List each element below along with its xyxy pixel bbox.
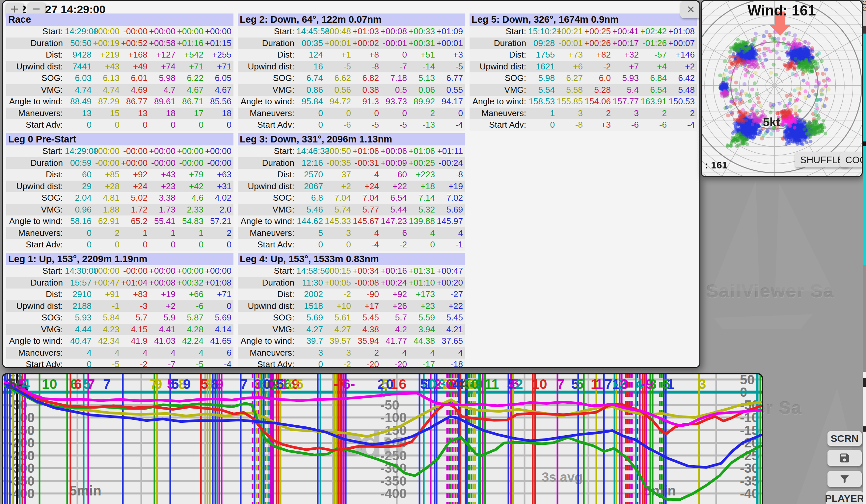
close-button[interactable]: × [680, 1, 700, 18]
stat-value: 4 [408, 227, 436, 239]
stat-value: +71 [205, 288, 233, 300]
stat-value: -2 [324, 358, 352, 368]
stat-value: 4.74 [93, 84, 121, 96]
stat-row-label: Start: [238, 146, 296, 157]
player-button[interactable]: PLAYER [826, 491, 863, 504]
stat-value: -00:00 [121, 26, 149, 37]
stat-row: Start Adv:0-6-5-5-13-4 [238, 119, 465, 131]
stat-value: 4 [380, 347, 408, 359]
stat-value: 87.29 [93, 96, 121, 107]
stat-value: -00:24 [436, 157, 464, 169]
stat-value: +4 [640, 61, 668, 73]
stat-value: 4.27 [324, 324, 352, 335]
stat-row-label: Angle to wind: [6, 335, 65, 347]
stat-value: 41.65 [205, 335, 233, 347]
stat-value: -2 [380, 239, 408, 251]
stat-value: 4 [149, 347, 177, 359]
stat-value: 13 [121, 107, 149, 119]
stat-value: 124 [296, 49, 324, 61]
stat-value: +00:25 [584, 26, 612, 37]
filter-button[interactable] [828, 471, 862, 487]
stat-value: +00:09 [380, 157, 408, 169]
stat-value: 3.94 [408, 324, 436, 335]
stat-value: +6 [556, 61, 584, 73]
stat-value: 6 [205, 347, 233, 359]
stat-row: Start:14:29:00+00:00-00:00+00:00+00:00+0… [6, 146, 233, 157]
stat-value: 145.67 [352, 216, 380, 227]
stat-value: 5.45 [436, 312, 464, 324]
stat-row: Start Adv:0-2-20-20-17-18 [238, 358, 465, 368]
stat-value: 5.45 [352, 312, 380, 324]
stat-value: -4 [436, 119, 464, 131]
stat-row-label: Start Adv: [6, 239, 65, 251]
stat-row: SOG:5.695.615.455.75.595.45 [238, 312, 465, 324]
stat-value: +00:21 [556, 26, 584, 37]
stat-value: 86.71 [177, 96, 205, 107]
stat-value: 3 [296, 347, 324, 359]
stat-value: 1 [177, 227, 205, 239]
stat-value: -6 [177, 300, 205, 312]
stat-value: +01:15 [205, 37, 233, 49]
stat-value: 7.04 [324, 192, 352, 204]
stat-row-label: Start: [6, 26, 65, 37]
stat-value: -00:00 [93, 157, 121, 169]
stat-row-label: Duration [238, 37, 296, 49]
stat-value: +173 [408, 288, 436, 300]
stat-value: +92 [121, 169, 149, 181]
stat-value: 12:16 [296, 157, 324, 169]
stat-row: Angle to wind:158.53155.85154.06157.7716… [469, 96, 697, 107]
stat-row: VMG:0.860.560.380.50.060.55 [238, 84, 465, 96]
stat-value: 0 [93, 239, 121, 251]
scrn-button[interactable]: SCRN [828, 431, 862, 446]
stat-value: 4.67 [205, 84, 233, 96]
stat-value: +01:08 [205, 277, 233, 289]
stat-value: 4 [65, 347, 93, 359]
stat-value: 0.38 [352, 84, 380, 96]
stat-value: 0 [65, 239, 93, 251]
stat-row-label: Angle to wind: [469, 96, 528, 107]
stat-value: 0 [408, 239, 436, 251]
svg-text:-50: -50 [380, 398, 399, 412]
stat-value: 2067 [296, 181, 324, 193]
cog-button[interactable]: COG [840, 152, 863, 168]
stat-value: -6 [324, 119, 352, 131]
stat-value: 7441 [65, 61, 93, 73]
stat-value: +00:08 [380, 26, 408, 37]
stat-row-label: Dist: [6, 49, 65, 61]
save-button[interactable] [828, 450, 862, 466]
stat-row: Duration09:28-00:01+00:26+00:17-01:26+00… [469, 37, 697, 49]
stat-value: +24 [352, 181, 380, 193]
stat-value: 0 [121, 239, 149, 251]
stat-row: Maneuvers:332444 [238, 347, 465, 359]
stat-value: -4 [352, 169, 380, 181]
svg-text:1: 1 [595, 376, 603, 392]
stat-row-label: SOG: [469, 72, 528, 84]
stat-value: 144.62 [296, 216, 324, 227]
stat-value: 0.56 [324, 84, 352, 96]
stat-row: Upwind dist:2067+2+24+22+18+19 [238, 181, 465, 193]
svg-text:-35: -35 [740, 474, 759, 488]
svg-text:10: 10 [42, 376, 57, 392]
stat-value: +22 [380, 181, 408, 193]
gain-loss-chart-panel[interactable]: 500-50-100-150-200-250-300-350-4000-50-1… [2, 373, 763, 504]
stat-value: 5.93 [65, 312, 93, 324]
stat-value: 6.82 [352, 72, 380, 84]
stat-value: 1.88 [93, 204, 121, 216]
stat-value: 4.28 [177, 324, 205, 335]
stat-value: 150.53 [668, 96, 696, 107]
stat-row-label: Maneuvers: [6, 107, 65, 119]
stat-value: +3 [584, 119, 612, 131]
stat-value: -2 [121, 358, 149, 368]
stat-value: +168 [121, 49, 149, 61]
svg-text:4: 4 [22, 376, 30, 392]
svg-text:9: 9 [216, 376, 223, 392]
svg-text:2: 2 [515, 376, 523, 392]
stat-value: -5 [177, 358, 205, 368]
stat-row: Duration15:57+00:47+01:04+00:08+00:32+01… [6, 277, 233, 289]
gain-loss-chart[interactable]: 500-50-100-150-200-250-300-350-4000-50-1… [2, 373, 763, 504]
stat-value: -7 [149, 358, 177, 368]
stat-value: 0 [528, 119, 556, 131]
stat-value: 14:29:00 [65, 146, 93, 157]
stat-row: Start Adv:0-5-2-7-5-4 [6, 358, 233, 368]
stat-row: SOG:6.87.047.046.547.147.02 [238, 192, 465, 204]
